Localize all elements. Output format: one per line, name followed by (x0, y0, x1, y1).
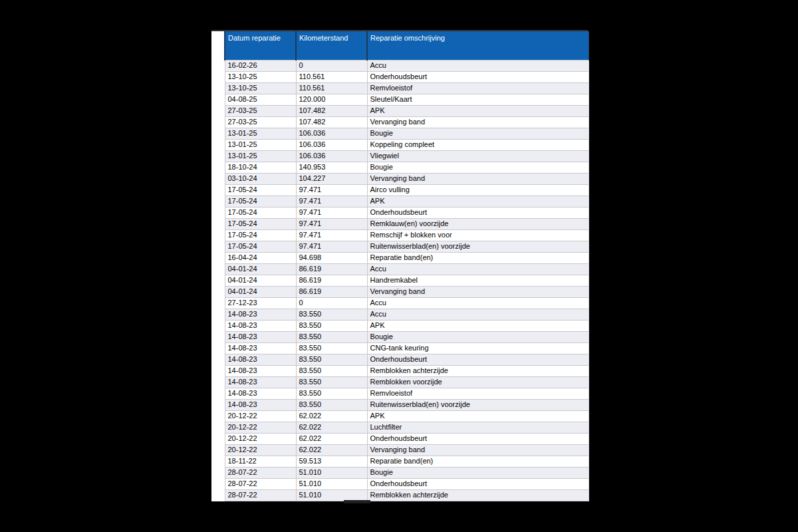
table-row: 13-01-25106.036Vliegwiel (225, 150, 589, 162)
cell-datum-reparatie: 14-08-23 (225, 376, 296, 388)
cell-kilometerstand: 83.550 (296, 320, 367, 331)
cell-datum-reparatie: 13-10-25 (225, 71, 296, 82)
cell-datum-reparatie: 14-08-23 (225, 365, 296, 376)
cell-reparatie-omschrijving: Onderhoudsbeurt (367, 354, 589, 365)
cell-kilometerstand: 0 (296, 297, 367, 309)
table-row: 20-12-2262.022Onderhoudsbeurt (225, 433, 589, 444)
cell-datum-reparatie: 20-12-22 (225, 422, 296, 433)
cell-datum-reparatie: 04-01-24 (225, 263, 296, 275)
column-header-datum-reparatie: Datum reparatie (225, 31, 296, 60)
cell-reparatie-omschrijving: Remvloeistof (367, 388, 589, 399)
cell-datum-reparatie: 13-01-25 (225, 150, 296, 162)
cell-reparatie-omschrijving: Sleutel/Kaart (367, 94, 589, 105)
table-row: 18-11-2259.513Reparatie band(en) (225, 456, 589, 467)
cell-kilometerstand: 110.561 (296, 82, 367, 94)
cell-reparatie-omschrijving: Ruitenwisserblad(en) voorzijde (367, 399, 589, 410)
cell-reparatie-omschrijving: Airco vulling (367, 184, 589, 196)
table-row: 14-08-2383.550Onderhoudsbeurt (225, 354, 589, 365)
cell-datum-reparatie: 04-01-24 (225, 275, 296, 286)
cell-kilometerstand: 110.561 (296, 71, 367, 82)
desktop-background: Datum reparatie Kilometerstand Reparatie… (0, 0, 798, 532)
cell-kilometerstand: 83.550 (296, 388, 367, 399)
cell-kilometerstand: 104.227 (296, 173, 367, 184)
table-body: 16-02-260Accu13-10-25110.561Onderhoudsbe… (225, 60, 589, 501)
cell-reparatie-omschrijving: Vliegwiel (367, 150, 589, 162)
table-row: 16-02-260Accu (225, 60, 589, 71)
cell-datum-reparatie: 28-07-22 (225, 467, 296, 478)
table-row: 14-08-2383.550Accu (225, 309, 589, 320)
cell-datum-reparatie: 27-12-23 (225, 297, 296, 309)
cell-kilometerstand: 97.471 (296, 218, 367, 229)
cell-kilometerstand: 97.471 (296, 241, 367, 252)
cell-reparatie-omschrijving: Vervanging band (367, 444, 589, 456)
cell-datum-reparatie: 18-10-24 (225, 162, 296, 173)
cell-datum-reparatie: 17-05-24 (225, 184, 296, 196)
cell-reparatie-omschrijving: Onderhoudsbeurt (367, 71, 589, 82)
table-row: 17-05-2497.471Remklauw(en) voorzijde (225, 218, 589, 229)
page-left-margin (211, 31, 224, 501)
cell-reparatie-omschrijving: Onderhoudsbeurt (367, 433, 589, 444)
table-row: 14-08-2383.550APK (225, 320, 589, 331)
cell-datum-reparatie: 27-03-25 (225, 116, 296, 128)
column-header-kilometerstand: Kilometerstand (296, 31, 367, 60)
table-row: 04-01-2486.619Vervanging band (225, 286, 589, 297)
cell-kilometerstand: 62.022 (296, 410, 367, 422)
cell-reparatie-omschrijving: Koppeling compleet (367, 139, 589, 150)
table-row: 27-03-25107.482Vervanging band (225, 116, 589, 128)
cell-kilometerstand: 62.022 (296, 444, 367, 456)
table-row: 27-12-230Accu (225, 297, 589, 309)
cell-kilometerstand: 140.953 (296, 162, 367, 173)
cell-datum-reparatie: 04-01-24 (225, 286, 296, 297)
cell-datum-reparatie: 17-05-24 (225, 218, 296, 229)
cell-kilometerstand: 83.550 (296, 376, 367, 388)
table-row: 17-05-2497.471Ruitenwisserblad(en) voorz… (225, 241, 589, 252)
cell-kilometerstand: 59.513 (296, 456, 367, 467)
cell-kilometerstand: 97.471 (296, 207, 367, 218)
cell-reparatie-omschrijving: Reparatie band(en) (367, 456, 589, 467)
table-row: 13-10-25110.561Onderhoudsbeurt (225, 71, 589, 82)
cell-kilometerstand: 51.010 (296, 467, 367, 478)
table-row: 17-05-2497.471APK (225, 196, 589, 207)
cell-kilometerstand: 83.550 (296, 331, 367, 342)
table-row: 28-07-2251.010Remblokken achterzijde (225, 489, 589, 501)
table-row: 03-10-24104.227Vervanging band (225, 173, 589, 184)
cell-reparatie-omschrijving: Vervanging band (367, 286, 589, 297)
table-row: 18-10-24140.953Bougie (225, 162, 589, 173)
cell-reparatie-omschrijving: Remblokken achterzijde (367, 489, 589, 501)
table-row: 14-08-2383.550Remblokken achterzijde (225, 365, 589, 376)
cell-reparatie-omschrijving: Bougie (367, 331, 589, 342)
cell-datum-reparatie: 04-08-25 (225, 94, 296, 105)
cell-reparatie-omschrijving: Onderhoudsbeurt (367, 207, 589, 218)
cell-datum-reparatie: 14-08-23 (225, 354, 296, 365)
cell-reparatie-omschrijving: APK (367, 320, 589, 331)
table-row: 17-05-2497.471Airco vulling (225, 184, 589, 196)
cell-reparatie-omschrijving: Bougie (367, 162, 589, 173)
table-row: 27-03-25107.482APK (225, 105, 589, 116)
cell-kilometerstand: 106.036 (296, 128, 367, 139)
cell-datum-reparatie: 20-12-22 (225, 433, 296, 444)
cell-datum-reparatie: 16-04-24 (225, 252, 296, 263)
cell-kilometerstand: 106.036 (296, 150, 367, 162)
cell-datum-reparatie: 17-05-24 (225, 229, 296, 241)
cell-kilometerstand: 94.698 (296, 252, 367, 263)
table-row: 14-08-2383.550Remvloeistof (225, 388, 589, 399)
cell-kilometerstand: 62.022 (296, 433, 367, 444)
cell-datum-reparatie: 28-07-22 (225, 478, 296, 489)
cell-kilometerstand: 107.482 (296, 116, 367, 128)
table-row: 04-01-2486.619Accu (225, 263, 589, 275)
cell-reparatie-omschrijving: Onderhoudsbeurt (367, 478, 589, 489)
table-row: 20-12-2262.022Luchtfilter (225, 422, 589, 433)
cell-reparatie-omschrijving: Handremkabel (367, 275, 589, 286)
cell-kilometerstand: 0 (296, 60, 367, 71)
cell-kilometerstand: 97.471 (296, 184, 367, 196)
repair-history-grid: Datum reparatie Kilometerstand Reparatie… (224, 31, 589, 501)
cell-datum-reparatie: 18-11-22 (225, 456, 296, 467)
cell-kilometerstand: 83.550 (296, 342, 367, 354)
cell-reparatie-omschrijving: Ruitenwisserblad(en) voorzijde (367, 241, 589, 252)
table-row: 17-05-2497.471Onderhoudsbeurt (225, 207, 589, 218)
table-row: 28-07-2251.010Onderhoudsbeurt (225, 478, 589, 489)
cell-datum-reparatie: 13-01-25 (225, 128, 296, 139)
cell-reparatie-omschrijving: Remklauw(en) voorzijde (367, 218, 589, 229)
cell-reparatie-omschrijving: Bougie (367, 467, 589, 478)
table-row: 14-08-2383.550Ruitenwisserblad(en) voorz… (225, 399, 589, 410)
